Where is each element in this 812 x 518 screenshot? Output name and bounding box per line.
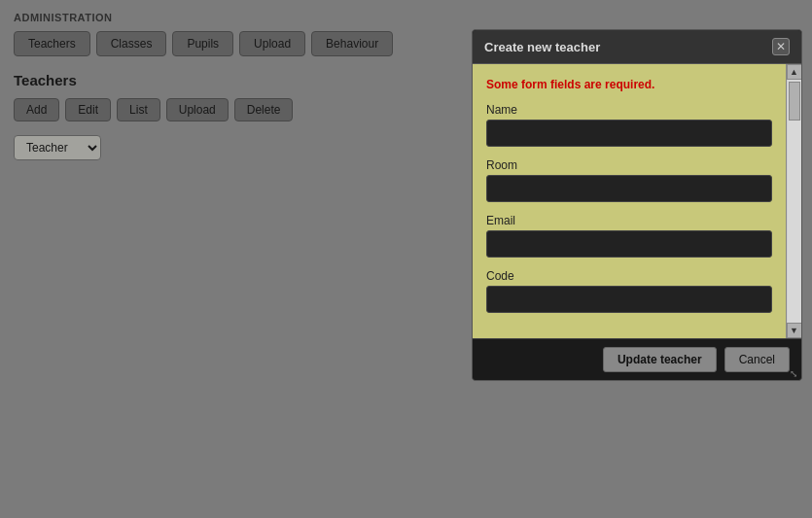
modal-title: Create new teacher [484, 40, 600, 54]
modal-body: Some form fields are required. Name Room… [473, 64, 786, 338]
resize-handle[interactable]: ⤡ [790, 368, 799, 378]
email-input[interactable] [486, 230, 772, 258]
modal-footer: Update teacher Cancel [473, 338, 801, 380]
modal-header: Create new teacher ✕ [473, 30, 801, 64]
modal-body-wrapper: Some form fields are required. Name Room… [473, 64, 801, 338]
update-teacher-button[interactable]: Update teacher [603, 347, 717, 372]
scrollbar-down[interactable]: ▼ [787, 323, 802, 338]
code-label: Code [486, 269, 772, 283]
code-input[interactable] [486, 286, 772, 313]
name-label: Name [486, 103, 772, 117]
scrollbar-up[interactable]: ▲ [787, 64, 802, 80]
form-group-name: Name [486, 103, 772, 147]
room-label: Room [486, 158, 772, 172]
modal-scrollbar: ▲ ▼ [786, 64, 801, 338]
scrollbar-thumb[interactable] [789, 82, 800, 121]
form-group-email: Email [486, 214, 772, 258]
email-label: Email [486, 214, 772, 227]
name-input[interactable] [486, 120, 772, 147]
scrollbar-track [788, 80, 801, 323]
form-group-code: Code [486, 269, 772, 313]
room-input[interactable] [486, 175, 772, 202]
error-message: Some form fields are required. [486, 78, 772, 91]
modal-dialog: Create new teacher ✕ Some form fields ar… [472, 29, 802, 381]
modal-overlay: Create new teacher ✕ Some form fields ar… [0, 0, 812, 518]
modal-close-button[interactable]: ✕ [772, 38, 790, 55]
form-group-room: Room [486, 158, 772, 202]
cancel-button[interactable]: Cancel [724, 347, 790, 372]
